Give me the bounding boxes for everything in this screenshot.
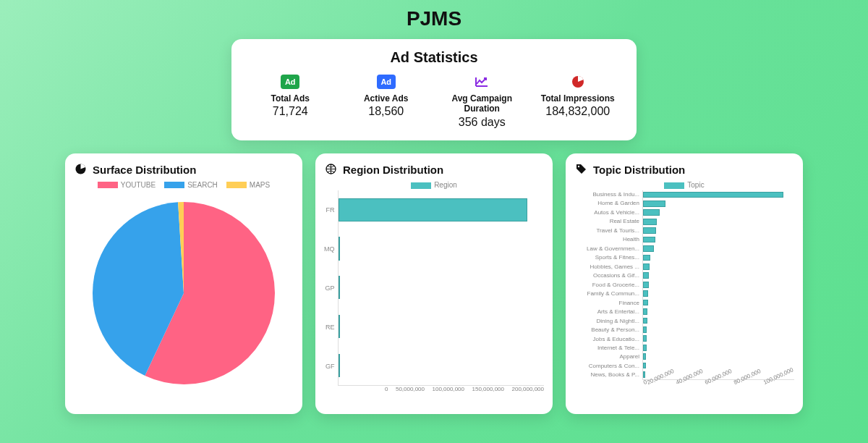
stat-label: Total Ads: [246, 93, 335, 104]
y-tick-label: Autos & Vehicle...: [574, 208, 639, 217]
bar: [339, 354, 340, 377]
stat-value: 356 days: [438, 116, 527, 129]
y-tick-label: Law & Governmen...: [574, 245, 639, 253]
y-tick-label: Food & Grocerie...: [574, 280, 639, 289]
bar: [643, 237, 655, 243]
y-tick-label: Internet & Tele...: [574, 344, 639, 353]
y-tick-label: Health: [574, 235, 639, 244]
bar: [643, 255, 650, 261]
y-tick-label: Sports & Fitnes...: [574, 253, 639, 262]
y-tick-label: Beauty & Person...: [574, 326, 639, 334]
bar: [643, 272, 649, 279]
y-tick-label: Apparel: [574, 353, 639, 361]
x-tick-label: 50,000,000: [396, 386, 425, 392]
surface-card: Surface Distribution YOUTUBE SEARCH MAPS: [65, 153, 302, 414]
stat-label: Total Impressions: [534, 93, 623, 104]
bar: [643, 290, 648, 297]
region-bar-chart: FRMQGPREGF: [324, 190, 544, 386]
x-tick-label: 0: [385, 386, 388, 392]
bar: [643, 219, 657, 225]
y-tick-label: GP: [324, 269, 335, 308]
bar: [643, 282, 649, 288]
y-tick-label: Dining & Nightl...: [574, 316, 639, 325]
pie-legend: YOUTUBE SEARCH MAPS: [74, 181, 294, 189]
y-tick-label: Family & Commun...: [574, 290, 639, 298]
stat-label: Active Ads: [342, 93, 431, 104]
topic-card: Topic Distribution Topic Business & Indu…: [566, 153, 803, 414]
stat-value: 18,560: [342, 105, 431, 118]
surface-pie-chart: [90, 199, 278, 387]
pie-icon: [569, 75, 587, 89]
bar: [643, 326, 647, 333]
bar-legend: Topic: [574, 181, 794, 189]
bar: [643, 335, 647, 342]
bar: [643, 209, 660, 216]
bar: [643, 192, 783, 198]
globe-icon: [324, 164, 337, 177]
bar: [643, 308, 647, 315]
x-tick-label: 150,000,000: [472, 386, 505, 392]
stat-impressions: Total Impressions 184,832,000: [534, 75, 623, 118]
bar-legend: Region: [324, 181, 544, 189]
y-tick-label: Travel & Touris...: [574, 227, 639, 235]
bar: [643, 353, 646, 360]
stat-value: 71,724: [246, 105, 335, 118]
ad-blue-icon: Ad: [377, 75, 396, 89]
bar: [339, 198, 528, 222]
bar: [643, 345, 647, 351]
y-tick-label: Hobbies, Games ...: [574, 263, 639, 271]
stat-total-ads: Ad Total Ads 71,724: [246, 75, 335, 118]
y-tick-label: News, Books & P...: [574, 371, 639, 379]
stats-card: Ad Statistics Ad Total Ads 71,724 Ad Act…: [231, 39, 637, 140]
bar: [643, 263, 650, 270]
bar: [339, 276, 340, 299]
bar: [339, 315, 340, 338]
y-tick-label: MQ: [324, 229, 335, 269]
stat-label: Avg Campaign Duration: [438, 93, 527, 114]
bar: [643, 318, 647, 324]
bar: [643, 300, 648, 306]
bar: [643, 201, 665, 207]
chart-title: Topic Distribution: [593, 164, 685, 176]
chart-title: Surface Distribution: [93, 164, 196, 176]
y-tick-label: FR: [324, 190, 335, 229]
region-x-axis: 050,000,000100,000,000150,000,000200,000…: [324, 386, 544, 392]
y-tick-label: Home & Garden: [574, 199, 639, 208]
bar: [643, 245, 654, 252]
ad-green-icon: Ad: [281, 75, 299, 89]
stat-active-ads: Ad Active Ads 18,560: [342, 75, 431, 118]
page-title: PJMS: [0, 7, 868, 30]
y-tick-label: Business & Indu...: [574, 190, 639, 199]
trend-icon: [472, 75, 491, 89]
x-tick-label: 200,000,000: [512, 386, 545, 392]
chart-title: Region Distribution: [343, 164, 443, 176]
y-tick-label: Real Estate: [574, 217, 639, 226]
y-tick-label: Finance: [574, 298, 639, 307]
stat-value: 184,832,000: [534, 105, 623, 118]
y-tick-label: Jobs & Educatio...: [574, 334, 639, 343]
tag-icon: [574, 164, 587, 177]
y-tick-label: GF: [324, 347, 335, 386]
y-tick-label: Arts & Entertai...: [574, 308, 639, 316]
bar: [643, 371, 645, 378]
bar: [643, 363, 646, 369]
y-tick-label: Computers & Con...: [574, 362, 639, 371]
bar: [643, 227, 656, 234]
svg-point-3: [577, 166, 579, 167]
stat-avg-duration: Avg Campaign Duration 356 days: [438, 75, 527, 129]
topic-x-axis: 020,000,00040,000,00060,000,00080,000,00…: [574, 380, 794, 387]
topic-bar-chart: Business & Indu...Home & GardenAutos & V…: [574, 190, 794, 380]
y-tick-label: Occasions & Gif...: [574, 271, 639, 280]
stats-title: Ad Statistics: [246, 49, 622, 66]
y-tick-label: RE: [324, 308, 335, 347]
bar: [339, 237, 340, 260]
pie-chart-icon: [74, 164, 87, 177]
x-tick-label: 100,000,000: [433, 386, 465, 392]
region-card: Region Distribution Region FRMQGPREGF 05…: [315, 153, 553, 414]
